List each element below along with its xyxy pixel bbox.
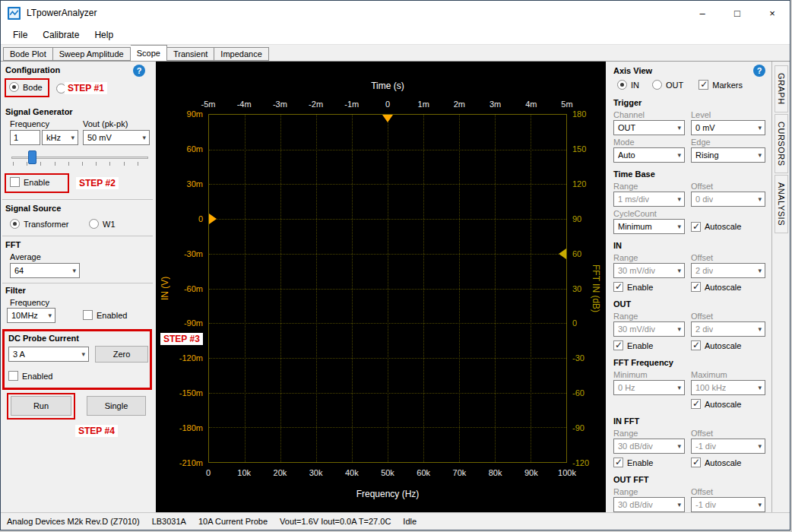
trigger-level-value: 0 mV — [695, 123, 715, 132]
out-range-select[interactable]: 30 mV/div — [613, 321, 685, 337]
checkbox-indicator — [613, 458, 623, 467]
frequency-axis-tick: 70k — [444, 468, 474, 477]
trigger-channel-select[interactable]: OUT — [613, 120, 685, 135]
cyclecount-select[interactable]: Minimum — [613, 219, 685, 234]
menu-file[interactable]: File — [5, 27, 35, 43]
frequency-axis-tick: 100k — [552, 468, 582, 477]
vout-select[interactable]: 50 mV — [83, 130, 150, 145]
in-fft-enable-checkbox[interactable]: Enable — [613, 457, 685, 468]
frequency-axis-tick: 20k — [265, 468, 295, 477]
w1-radio[interactable]: W1 — [89, 219, 116, 229]
minimize-button[interactable]: – — [685, 1, 720, 25]
vout-value: 50 mV — [87, 133, 112, 142]
tab-bode-plot[interactable]: Bode Plot — [3, 47, 53, 61]
axis-view-in-radio[interactable]: IN — [617, 80, 639, 90]
in-enable-checkbox[interactable]: Enable — [613, 281, 685, 293]
fft-frequency-autoscale-checkbox[interactable]: Autoscale — [691, 398, 741, 410]
frequency-input[interactable] — [10, 130, 40, 145]
menu-help[interactable]: Help — [87, 27, 121, 43]
time-base-offset-select[interactable]: 0 div — [691, 192, 765, 207]
zero-button[interactable]: Zero — [95, 346, 148, 363]
fft-minimum-select[interactable]: 0 Hz — [613, 380, 685, 395]
frequency-axis-tick: 90k — [516, 468, 546, 477]
close-button[interactable]: × — [755, 1, 790, 25]
time-base-range-select[interactable]: 1 ms/div — [613, 192, 685, 207]
in-range-value: 30 mV/div — [618, 266, 655, 275]
side-tab-cursors[interactable]: CURSORS — [775, 114, 788, 174]
in-range-select[interactable]: 30 mV/div — [613, 263, 685, 278]
out-enable-checkbox[interactable]: Enable — [613, 340, 685, 351]
side-tab-analysis[interactable]: ANALYSIS — [775, 175, 788, 233]
trigger-level-input[interactable]: 0 mV — [691, 120, 765, 135]
axis-view-out-radio[interactable]: OUT — [652, 80, 683, 90]
scope-canvas[interactable] — [208, 114, 567, 463]
frequency-axis-tick: 30k — [301, 468, 331, 477]
out-fft-range-value: 30 dB/div — [618, 500, 653, 509]
left-panel: Configuration Bode Signal Generator Freq… — [1, 62, 156, 512]
out-autoscale-checkbox[interactable]: Autoscale — [691, 340, 741, 351]
in-offset-select[interactable]: 2 div — [691, 263, 765, 278]
in-section: IN Range Offset 30 mV/div 2 div Enable — [613, 239, 765, 293]
in-autoscale-label: Autoscale — [705, 283, 741, 292]
in-axis-tick: 30m — [173, 179, 203, 188]
grid-line — [209, 427, 566, 428]
vout-label: Vout (pk-pk) — [83, 119, 128, 128]
fft-axis-tick: 30 — [572, 284, 603, 293]
out-offset-select[interactable]: 2 div — [691, 321, 765, 337]
trigger-edge-select[interactable]: Rising — [691, 147, 765, 163]
app-window: LTpowerAnalyzer – □ × File Calibrate Hel… — [0, 0, 790, 530]
fft-average-select[interactable]: 64 — [10, 263, 80, 278]
tab-impedance[interactable]: Impedance — [214, 47, 268, 61]
filter-enabled-checkbox[interactable]: Enabled — [83, 310, 127, 320]
checkbox-indicator — [691, 222, 701, 232]
configuration-help-icon[interactable] — [133, 65, 145, 77]
axis-view-title: Axis View — [613, 66, 652, 75]
amplitude-slider[interactable] — [10, 150, 150, 166]
scope-plot-area: Time (s) Frequency (Hz) IN (V) FFT IN (d… — [156, 62, 606, 512]
frequency-axis-tick: 80k — [480, 468, 511, 477]
in-fft-offset-select[interactable]: -1 div — [691, 439, 765, 454]
step1-annotation: STEP #1 — [65, 82, 107, 94]
slider-thumb[interactable] — [28, 150, 36, 164]
fft-maximum-select[interactable]: 100 kHz — [691, 380, 765, 395]
filter-frequency-select[interactable]: 10MHz — [7, 308, 55, 323]
side-tab-graph[interactable]: GRAPH — [775, 65, 788, 112]
out-range-value: 30 mV/div — [618, 325, 655, 334]
fft-frequency-section: FFT Frequency Minimum Maximum 0 Hz 100 k… — [613, 356, 765, 410]
filter-title: Filter — [5, 286, 26, 295]
out-range-label: Range — [613, 312, 685, 321]
time-axis-tick: -3m — [265, 100, 295, 109]
out-fft-offset-value: -1 div — [695, 500, 716, 509]
frequency-unit-select[interactable]: kHz — [42, 130, 78, 145]
tab-transient[interactable]: Transient — [167, 47, 214, 61]
dc-probe-enabled-checkbox[interactable]: Enabled — [8, 371, 52, 381]
in-autoscale-checkbox[interactable]: Autoscale — [691, 281, 741, 293]
fft-minimum-label: Minimum — [613, 370, 685, 380]
markers-checkbox[interactable]: Markers — [699, 80, 743, 90]
dc-probe-current-select[interactable]: 3 A — [8, 347, 89, 362]
maximize-button[interactable]: □ — [720, 1, 755, 25]
run-button[interactable]: Run — [11, 396, 71, 416]
out-fft-range-select[interactable]: 30 dB/div — [613, 497, 685, 512]
transformer-radio[interactable]: Transformer — [10, 219, 69, 229]
time-base-autoscale-checkbox[interactable]: Autoscale — [691, 219, 741, 234]
trigger-mode-select[interactable]: Auto — [613, 147, 685, 163]
axis-view-help-icon[interactable] — [753, 65, 765, 77]
in-fft-autoscale-checkbox[interactable]: Autoscale — [691, 457, 741, 468]
status-measurements: Vout=1.6V Iout=0.0A T=27.0C — [280, 517, 391, 526]
axis-view-section: Axis View IN OUT Markers — [613, 65, 765, 91]
fft-level-marker — [559, 249, 566, 259]
tab-scope[interactable]: Scope — [131, 45, 167, 61]
out-fft-offset-select[interactable]: -1 div — [691, 497, 765, 512]
tab-sweep-amplitude[interactable]: Sweep Amplitude — [53, 47, 131, 61]
single-button[interactable]: Single — [87, 396, 146, 416]
time-axis-tick: 4m — [516, 100, 546, 109]
out-offset-label: Offset — [691, 312, 765, 321]
menu-calibrate[interactable]: Calibrate — [35, 27, 87, 43]
frequency-axis-tick: 10k — [229, 468, 259, 477]
signal-generator-enable-checkbox[interactable]: Enable — [10, 177, 49, 187]
bode-radio[interactable]: Bode — [9, 82, 43, 92]
in-fft-range-select[interactable]: 30 dB/div — [613, 439, 685, 454]
fft-frequency-title: FFT Frequency — [613, 358, 673, 367]
radio-indicator — [10, 219, 20, 229]
